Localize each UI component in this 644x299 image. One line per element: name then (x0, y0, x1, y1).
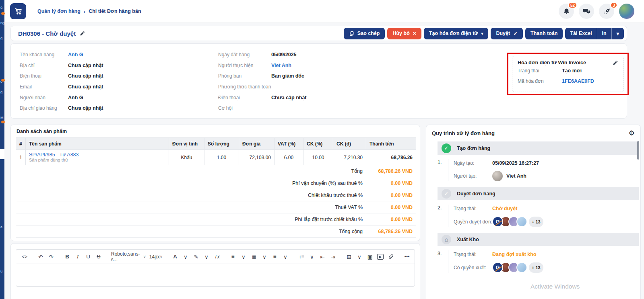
editor-content-area[interactable] (16, 264, 415, 287)
align-button[interactable]: ≡ (228, 252, 238, 262)
more-tools-button[interactable]: ••• (402, 252, 412, 262)
einvoice-code-link[interactable]: 1FE6AAE0FD (562, 78, 594, 84)
copy-order-button[interactable]: Sao chép (344, 28, 385, 39)
summary-value: 68,786.26 VND (366, 165, 416, 177)
step-approve-details: 2. Trạng thái: Chờ duyệt Quyền duyệt đơn… (438, 205, 639, 227)
col-header-discount-amt: CK (đ) (333, 138, 366, 150)
cart-icon (14, 7, 22, 15)
insert-link-button[interactable] (386, 252, 396, 262)
workflow-step-create: ✓ Tạo đơn hàng (438, 141, 639, 155)
assignee-link[interactable]: Viet Anh (271, 63, 291, 68)
create-einvoice-label: Tạo hóa đơn điện tử (429, 31, 478, 36)
chevron-down-icon: ∨ (307, 252, 317, 262)
sidebar-text-fragment: ù (0, 6, 2, 10)
more-avatars-badge[interactable]: + 13 (529, 217, 543, 227)
sidebar-strip: ù ng g c g M a u (0, 0, 4, 299)
workflow-step-warehouse: ⌂ Xuất Kho (438, 233, 639, 246)
bold-button[interactable]: B (62, 252, 72, 262)
col-header-qty: Số lượng (204, 138, 239, 150)
chat-icon (583, 8, 590, 15)
summary-row: Phí lắp đặt trước chiết khấu % 0.00 VND (16, 213, 416, 225)
warehouse-icon: ⌂ (442, 235, 451, 244)
create-einvoice-button[interactable]: Tạo hóa đơn điện tử ▾ (424, 28, 488, 39)
breadcrumb-orders[interactable]: Quản lý đơn hàng (37, 8, 80, 14)
insert-table-button[interactable]: ⊞ (344, 252, 354, 262)
breadcrumb-separator-icon: › (84, 8, 85, 14)
approver-avatars[interactable]: G + 13 (492, 216, 543, 227)
undo-button[interactable]: ↶ (36, 252, 45, 262)
order-info-card: Tên khách hàngAnh G Địa chỉChưa cập nhật… (10, 43, 627, 119)
highlight-color-button[interactable]: ✎ (191, 252, 201, 262)
unordered-list-button[interactable]: ≡ (270, 252, 280, 262)
code-view-button[interactable]: <> (20, 252, 29, 262)
sidebar-text-fragment: g (0, 36, 2, 40)
summary-value: 0.00 VND (366, 177, 416, 189)
field-label: Điện thoại (218, 95, 271, 100)
print-button[interactable]: In (597, 28, 611, 39)
underline-button[interactable]: U (83, 252, 93, 262)
status-label: Trạng thái: (454, 206, 492, 211)
chevron-down-icon: ∨ (281, 252, 290, 262)
font-size-select[interactable]: 14px ∨ (148, 254, 164, 260)
insert-video-button[interactable]: ▶ (376, 252, 385, 262)
approve-button[interactable]: Duyệt ✓ (491, 28, 523, 39)
exporter-avatars[interactable]: G + 13 (492, 262, 543, 273)
boost-button[interactable]: 3 (599, 4, 614, 19)
line-height-button[interactable]: ↕≡ (297, 252, 306, 262)
cancel-order-button[interactable]: Hủy bỏ × (387, 28, 421, 39)
italic-button[interactable]: I (73, 252, 83, 262)
link-icon (388, 254, 394, 260)
pencil-icon (80, 31, 85, 36)
caret-down-icon: ▾ (617, 31, 619, 37)
field-value: Chưa cập nhật (271, 95, 307, 100)
col-header-total: Thành tiền (366, 138, 416, 150)
customer-name-link[interactable]: Anh G (68, 52, 83, 57)
chevron-down-icon: ∨ (260, 252, 269, 262)
cell-unit: Khẩu (169, 150, 204, 165)
font-family-select[interactable]: Roboto,sans-s... ∨ (109, 251, 148, 262)
notifications-badge: 52 (568, 2, 577, 8)
redo-button[interactable]: ↷ (46, 252, 56, 262)
step-number: 3. (438, 250, 448, 273)
col-header-name: Tên sản phẩm (26, 138, 169, 150)
notifications-button[interactable]: 52 (559, 4, 574, 19)
product-name-link[interactable]: SP/API/985 - Tự A883 (29, 152, 165, 158)
insert-image-button[interactable]: ▣ (365, 252, 375, 262)
strikethrough-button[interactable]: S (94, 252, 103, 262)
text-color-button[interactable]: A (170, 252, 180, 262)
module-cart-button[interactable] (10, 3, 26, 19)
cancel-order-label: Hủy bỏ (392, 31, 409, 36)
step-create-details: 1. Ngày tạo: 05/09/2025 16:27:27 Người t… (438, 159, 639, 181)
more-avatars-badge[interactable]: + 13 (529, 262, 543, 273)
caret-down-icon: ▾ (481, 31, 483, 36)
scrollbar-thumb[interactable] (637, 141, 639, 160)
field-value: Chưa cập nhật (68, 63, 103, 68)
clear-format-button[interactable]: Tx (212, 252, 222, 262)
video-icon: ▶ (377, 254, 384, 260)
workflow-title: Quy trình xử lý đơn hàng (432, 130, 495, 136)
customer-info-column: Tên khách hàngAnh G Địa chỉChưa cập nhật… (20, 49, 209, 114)
font-size-value: 14px (149, 254, 160, 260)
user-avatar[interactable] (619, 4, 634, 19)
status-badge: Chờ duyệt (492, 206, 517, 211)
created-date-value: 05/09/2025 16:27:27 (492, 160, 539, 166)
product-list-card: Danh sách sản phẩm # Tên sản phẩm Đơn vị… (10, 125, 420, 241)
gear-icon[interactable]: ⚙ (629, 129, 635, 137)
cell-index: 1 (16, 150, 26, 165)
indent-button[interactable]: ⇥ (328, 252, 338, 262)
export-excel-button[interactable]: Tải Excel (565, 28, 597, 39)
field-label: Địa chỉ giao hàng (20, 105, 68, 111)
messages-button[interactable] (579, 4, 594, 19)
summary-label: Phí vận chuyển (%) sau thuế % (16, 177, 366, 189)
sidebar-text-fragment: a (0, 225, 2, 229)
einvoice-edit-button[interactable] (613, 60, 618, 66)
field-label: Cơ hội (218, 105, 271, 111)
cell-total: 68,786.26 (366, 150, 416, 165)
payment-button[interactable]: Thanh toán (525, 28, 563, 39)
edit-title-button[interactable] (80, 31, 85, 36)
field-label: Ngày đặt hàng (218, 52, 271, 57)
cell-discount-amt: 7,210.30 (333, 150, 366, 165)
ordered-list-button[interactable]: ≣ (249, 252, 259, 262)
export-more-button[interactable]: ▾ (611, 28, 624, 39)
outdent-button[interactable]: ⇤ (318, 252, 327, 262)
